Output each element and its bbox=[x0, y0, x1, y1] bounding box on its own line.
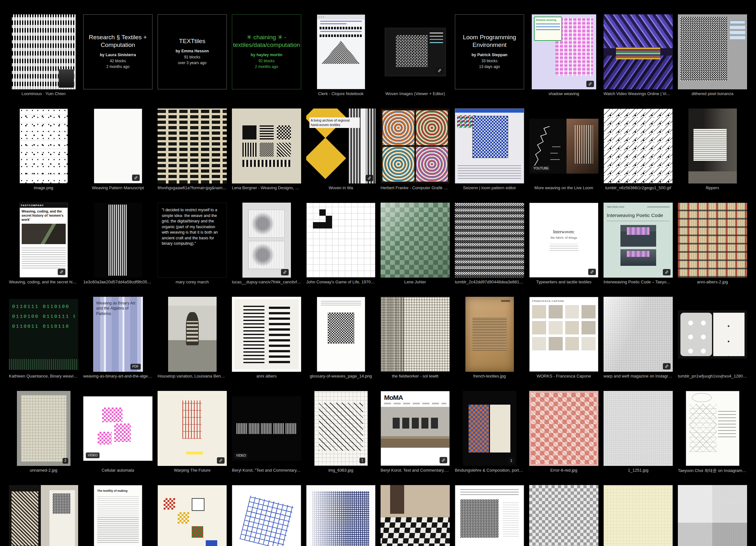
site-header: FRANCESCA CAPONE bbox=[532, 300, 596, 303]
block-woven-in-wa[interactable]: A living archive of regional hand-woven … bbox=[306, 108, 375, 191]
block-caption: Loominous · Yuin Chien bbox=[22, 91, 66, 97]
block-caption: img_6363.jpg bbox=[328, 468, 353, 474]
block-warping-the-future[interactable]: Warping The Future bbox=[158, 391, 227, 474]
channel-texttiles[interactable]: TEXTtiles by Emma Hesson 91 blocks over … bbox=[158, 14, 227, 97]
zigzag-strip bbox=[616, 47, 660, 59]
block-cellular-automata[interactable]: VIDEO Cellular automata bbox=[83, 391, 152, 474]
block-yellow-grid-page[interactable] bbox=[604, 485, 673, 546]
block-unnamed-2[interactable]: 2 unnamed-2.jpg bbox=[9, 391, 78, 474]
link-icon bbox=[219, 459, 223, 462]
film-strip bbox=[236, 423, 297, 434]
count-badge: 1 bbox=[508, 458, 514, 464]
moma-logo: MoMA bbox=[381, 391, 449, 402]
block-game-of-life[interactable]: John Conway's Game of Life, 1970, Glider bbox=[306, 203, 375, 285]
block-error-6-red[interactable]: Error-6-red.jpg bbox=[529, 391, 598, 474]
block-fastcompany-article[interactable]: FASTCOMPANY Weaving, coding, and the sec… bbox=[9, 203, 78, 285]
ink-mark bbox=[501, 300, 510, 302]
link-icon bbox=[283, 270, 287, 274]
block-weaving-binary-pdf[interactable]: Weaving as Binary Art and the Algebra of… bbox=[83, 297, 152, 380]
block-dither-column[interactable]: 1e3c60a3ae20d57dd4a59cdf9fc0551d.jpg bbox=[83, 203, 152, 285]
block-clerk-notebook[interactable]: Clerk - Clojure Notebook bbox=[306, 14, 375, 97]
block-gray-dither[interactable] bbox=[529, 485, 598, 546]
artwork-thumbnail bbox=[242, 203, 291, 278]
block-textility-of-making[interactable]: The textility of making bbox=[83, 485, 152, 546]
block-book-spread-dots[interactable]: tumblr_pn1wfjuugh1ssvjhxo4_1280.jpg bbox=[678, 297, 747, 380]
quilt-pattern bbox=[187, 321, 198, 342]
artwork-sheet bbox=[248, 210, 285, 238]
browser-bar bbox=[317, 15, 365, 19]
checkered-tiles bbox=[381, 517, 450, 546]
block-dithered-pixel[interactable]: dithered pixel bonanza bbox=[678, 14, 747, 97]
block-housetop-variation[interactable]: Housetop variation, Louisiana Bendolph,.… bbox=[158, 297, 227, 380]
block-lene-juhler[interactable]: Lene Juhler bbox=[381, 203, 450, 285]
pixel-cluster bbox=[114, 424, 131, 442]
block-net-gif[interactable]: tumblr_n6z5tl366i1r2geqjo1_500.gif bbox=[604, 108, 673, 191]
works-grid bbox=[532, 305, 596, 351]
block-lena-bergner[interactable]: Lena Bergner - Weaving Designs, 1943 bbox=[232, 108, 301, 191]
block-caption: warp and weft magazine on Instagram: "..… bbox=[604, 374, 673, 380]
block-typewriters-textiles[interactable]: Interwoven: the fabric of things Typewri… bbox=[529, 203, 598, 285]
block-noise-page[interactable] bbox=[455, 485, 524, 546]
channel-block-count: 33 blocks bbox=[481, 59, 498, 63]
block-color-squares-diagram[interactable] bbox=[158, 485, 227, 546]
block-1-1251[interactable]: 1_1251.jpg bbox=[604, 391, 673, 474]
window-titlebar bbox=[455, 109, 524, 113]
block-woven-images[interactable]: Woven Images (Viewer + Editor) bbox=[381, 14, 450, 97]
block-taeyoon-instagram[interactable]: Taeyoon Choi 최태윤 on Instagram: "Co... bbox=[678, 391, 747, 474]
block-herbert-franke[interactable]: Herbert Franke - Computer Grafik Galeri.… bbox=[381, 108, 450, 191]
block-anni-albers[interactable]: anni albers bbox=[232, 297, 301, 380]
gray-cloth-thumbnail bbox=[604, 391, 673, 466]
block-draft-image[interactable]: fihvvhgvgaaw61a?format=jpg&name=small bbox=[158, 108, 227, 191]
pdf-cover-thumbnail: Weaving as Binary Art and the Algebra of… bbox=[93, 297, 143, 372]
article-photo bbox=[22, 224, 66, 244]
block-blue-lattice[interactable] bbox=[232, 485, 301, 546]
block-sol-lewitt[interactable]: the fieldworker - sol lewitt bbox=[381, 297, 450, 380]
block-beryl-korot-video[interactable]: VIDEO Beryl Korot, "Text and Commentary,… bbox=[232, 391, 301, 474]
block-vimeo-weavings[interactable]: Watch Video Weavings Online | Vimeo ... bbox=[604, 14, 673, 97]
block-gray-weave-texture[interactable] bbox=[678, 485, 747, 546]
block-caption: Weaving Pattern Manuscript bbox=[92, 185, 144, 191]
binary-line: 0110011 0110110 bbox=[12, 324, 75, 329]
block-blue-gradient-grid[interactable] bbox=[306, 485, 375, 546]
yellow-highlight bbox=[186, 452, 203, 454]
block-seizenn-editor[interactable]: Seizenn | loom pattern editor bbox=[455, 108, 524, 191]
block-binary-weaving[interactable]: 0110111 0110100 0110100 0110111 01 01100… bbox=[9, 297, 78, 380]
block-bindungslehre[interactable]: 1 Bindungslehre & Composition, portfolio… bbox=[455, 391, 524, 474]
loom-editor-thumbnail bbox=[455, 108, 524, 183]
automata-thumbnail: VIDEO bbox=[83, 396, 152, 461]
book-page bbox=[49, 490, 75, 546]
weave-swatch bbox=[328, 313, 354, 344]
block-noise-dither[interactable]: tumblr_2c42dd97d90448dea3e68121e9... bbox=[455, 203, 524, 285]
block-works-francesca-capone[interactable]: FRANCESCA CAPONE WORKS - Francesca Capon… bbox=[529, 297, 598, 380]
dither-square bbox=[53, 493, 70, 514]
channel-chaining[interactable]: ✳ chaining ✳ - textiles/data/computation… bbox=[232, 14, 301, 97]
block-caption: image.png bbox=[34, 185, 53, 191]
block-tiled-floor-photo[interactable] bbox=[381, 485, 450, 546]
block-warp-weft-instagram[interactable]: warp and weft magazine on Instagram: "..… bbox=[604, 297, 673, 380]
slider bbox=[536, 29, 560, 30]
block-glossary-of-weaves[interactable]: glossary-of-weaves_page_14.png bbox=[306, 297, 375, 380]
block-flippers[interactable]: flippers bbox=[678, 108, 747, 191]
block-live-loom[interactable]: YOUTUBE More weaving on the Live Loom bbox=[529, 108, 598, 191]
blue-square bbox=[206, 540, 217, 546]
block-french-textiles[interactable]: french-textiles.jpg bbox=[455, 297, 524, 380]
loom-threads bbox=[575, 125, 593, 163]
block-anni-albers-2[interactable]: anni-albers-2.jpg bbox=[678, 203, 747, 285]
channel-author: by Laura Sinisterra bbox=[100, 53, 136, 57]
site-title: Interweaving Poetic Code bbox=[607, 212, 670, 218]
block-shadow-weaving[interactable]: Shadow weaving shadow weaving bbox=[529, 14, 598, 97]
gallery-photo bbox=[381, 407, 449, 448]
channel-author: by Emma Hesson bbox=[175, 49, 209, 53]
block-interweaving-poetic-code[interactable]: TAEYOON CHOI Interweaving Poetic Code In… bbox=[604, 203, 673, 285]
block-image-png[interactable]: image.png bbox=[9, 108, 78, 191]
link-badge bbox=[663, 269, 671, 276]
block-weaving-manuscript[interactable]: Weaving Pattern Manuscript bbox=[83, 108, 152, 191]
block-quote-mary-corey-march[interactable]: "I decided to restrict myself to a simpl… bbox=[158, 203, 227, 285]
block-lucas-dupuy[interactable]: lucas__dupuy-canciv7fnkk_cancitvf10q.jpg bbox=[232, 203, 301, 285]
channel-research-textiles[interactable]: Research § Textiles + Computation by Lau… bbox=[83, 14, 152, 97]
block-moma-korot[interactable]: MoMA Beryl Korot. Text and Commentary. 1… bbox=[381, 391, 450, 474]
channel-loom-programming[interactable]: Loom Programming Environment by Patrick … bbox=[455, 14, 524, 97]
block-loom-bag-photo[interactable] bbox=[9, 485, 78, 546]
block-img-6363[interactable]: 1 img_6363.jpg bbox=[306, 391, 375, 474]
block-loominous[interactable]: Loominous · Yuin Chien bbox=[9, 14, 78, 97]
